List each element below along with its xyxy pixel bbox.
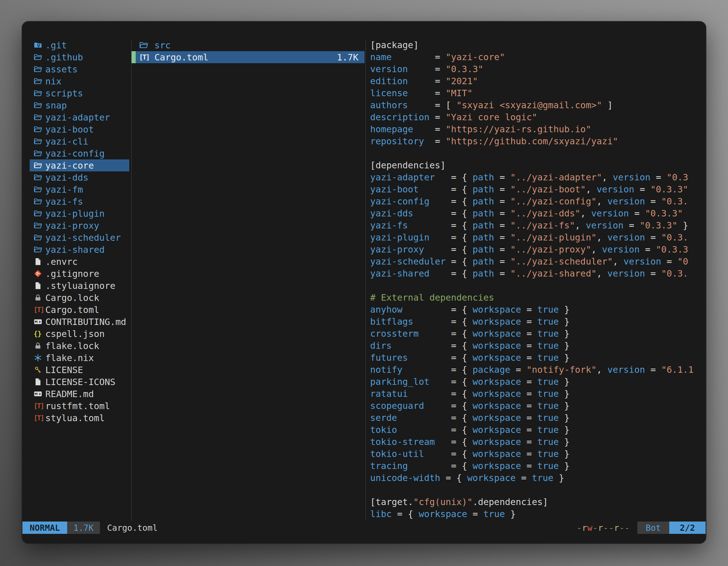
preview-line: tokio = { workspace = true } xyxy=(370,424,703,436)
file-preview-pane: [package]name = "yazi-core"version = "0.… xyxy=(370,39,703,520)
entry-name: yazi-core xyxy=(45,160,94,171)
file-row-cspell.json[interactable]: {}cspell.json xyxy=(30,328,129,340)
folder-icon xyxy=(34,232,43,244)
entry-name: README.md xyxy=(45,389,94,399)
git-folder-icon xyxy=(34,39,43,51)
preview-line: [dependencies] xyxy=(370,159,703,172)
dir-row-scripts[interactable]: scripts xyxy=(30,87,129,99)
entry-name: flake.nix xyxy=(45,353,94,363)
preview-line: serde = { workspace = true } xyxy=(370,412,703,424)
dir-row-snap[interactable]: snap xyxy=(30,99,129,111)
file-row-stylua.toml[interactable]: [T]stylua.toml xyxy=(30,412,129,424)
dir-row-yazi-scheduler[interactable]: yazi-scheduler xyxy=(30,232,129,244)
dir-row-.git[interactable]: .git xyxy=(30,39,129,51)
preview-line: version = "0.3.3" xyxy=(370,63,703,75)
toml-icon: [T] xyxy=(34,412,43,424)
status-bar-left: NORMAL 1.7K Cargo.toml xyxy=(22,522,158,534)
preview-line: yazi-proxy = { path = "../yazi-proxy", v… xyxy=(370,244,703,256)
dir-row-yazi-boot[interactable]: yazi-boot xyxy=(30,123,129,135)
folder-icon xyxy=(34,99,43,111)
preview-line: yazi-config = { path = "../yazi-config",… xyxy=(370,196,703,208)
entry-name: .github xyxy=(45,52,83,63)
json-icon: {} xyxy=(34,328,43,340)
dir-row-yazi-core[interactable]: yazi-core xyxy=(30,159,129,172)
preview-line: yazi-boot = { path = "../yazi-boot", ver… xyxy=(370,184,703,196)
key-icon xyxy=(34,364,43,376)
dir-row-.github[interactable]: .github xyxy=(30,51,129,63)
entry-name: cspell.json xyxy=(45,328,105,339)
dir-row-assets[interactable]: assets xyxy=(30,63,129,75)
dir-row-yazi-plugin[interactable]: yazi-plugin xyxy=(30,208,129,220)
entry-name: Cargo.toml xyxy=(154,52,208,63)
entry-name: src xyxy=(154,40,171,51)
toml-icon: [T] xyxy=(34,400,43,412)
dir-row-yazi-proxy[interactable]: yazi-proxy xyxy=(30,220,129,232)
preview-line: bitflags = { workspace = true } xyxy=(370,316,703,328)
entry-name: yazi-config xyxy=(45,148,105,159)
folder-icon xyxy=(34,135,43,147)
file-row-rustfmt.toml[interactable]: [T]rustfmt.toml xyxy=(30,400,129,412)
preview-line: yazi-shared = { path = "../yazi-shared",… xyxy=(370,268,703,280)
file-size-badge: 1.7K xyxy=(67,522,100,534)
lock-icon xyxy=(34,292,43,304)
preview-line: homepage = "https://yazi-rs.github.io" xyxy=(370,123,703,135)
folder-icon xyxy=(34,244,43,256)
dir-row-yazi-adapter[interactable]: yazi-adapter xyxy=(30,111,129,123)
file-row-README.md[interactable]: README.md xyxy=(30,388,129,400)
preview-line: ratatui = { workspace = true } xyxy=(370,388,703,400)
file-row-Cargo.toml[interactable]: [T]Cargo.toml1.7K xyxy=(136,51,365,63)
dir-row-yazi-fm[interactable]: yazi-fm xyxy=(30,184,129,196)
file-row-Cargo.lock[interactable]: Cargo.lock xyxy=(30,292,129,304)
dir-row-yazi-cli[interactable]: yazi-cli xyxy=(30,135,129,147)
preview-line xyxy=(370,484,703,496)
preview-line: anyhow = { workspace = true } xyxy=(370,304,703,316)
preview-line: tracing = { workspace = true } xyxy=(370,460,703,472)
file-row-.styluaignore[interactable]: .styluaignore xyxy=(30,280,129,292)
file-row-CONTRIBUTING.md[interactable]: CONTRIBUTING.md xyxy=(30,316,129,328)
preview-line: yazi-dds = { path = "../yazi-dds", versi… xyxy=(370,208,703,220)
preview-line: yazi-fs = { path = "../yazi-fs", version… xyxy=(370,220,703,232)
entry-name: yazi-fs xyxy=(45,196,83,207)
file-permissions: -rw-r--r-- xyxy=(577,523,630,533)
file-row-Cargo.toml[interactable]: [T]Cargo.toml xyxy=(30,304,129,316)
folder-icon xyxy=(34,63,43,75)
scroll-position-badge: Bot xyxy=(637,522,669,534)
folder-icon xyxy=(34,147,43,159)
status-filename: Cargo.toml xyxy=(107,523,158,533)
toml-light-icon: [T] xyxy=(139,51,151,63)
file-row-.envrc[interactable]: .envrc xyxy=(30,256,129,268)
entry-name: CONTRIBUTING.md xyxy=(45,316,126,327)
pane-divider-right xyxy=(365,39,366,521)
dir-row-yazi-dds[interactable]: yazi-dds xyxy=(30,172,129,184)
nix-icon xyxy=(34,352,43,364)
folder-icon xyxy=(34,159,43,172)
folder-icon xyxy=(34,51,43,63)
entry-name: assets xyxy=(45,64,78,75)
file-row-LICENSE[interactable]: LICENSE xyxy=(30,364,129,376)
entry-name: .gitignore xyxy=(45,269,99,279)
preview-line: name = "yazi-core" xyxy=(370,51,703,63)
dir-row-yazi-shared[interactable]: yazi-shared xyxy=(30,244,129,256)
preview-line: tokio-stream = { workspace = true } xyxy=(370,436,703,448)
preview-line: tokio-util = { workspace = true } xyxy=(370,448,703,460)
preview-line: futures = { workspace = true } xyxy=(370,352,703,364)
preview-line: crossterm = { workspace = true } xyxy=(370,328,703,340)
current-directory-pane: src[T]Cargo.toml1.7K xyxy=(136,39,365,63)
dir-row-yazi-fs[interactable]: yazi-fs xyxy=(30,196,129,208)
entry-size: 1.7K xyxy=(337,52,358,63)
entry-name: yazi-proxy xyxy=(45,220,99,231)
folder-icon xyxy=(34,111,43,123)
dir-row-src[interactable]: src xyxy=(136,39,365,51)
dir-row-yazi-config[interactable]: yazi-config xyxy=(30,147,129,159)
file-row-flake.lock[interactable]: flake.lock xyxy=(30,340,129,352)
entry-name: flake.lock xyxy=(45,340,99,351)
entry-name: snap xyxy=(45,100,67,111)
preview-line: [package] xyxy=(370,39,703,51)
dir-row-nix[interactable]: nix xyxy=(30,75,129,87)
file-row-.gitignore[interactable]: .gitignore xyxy=(30,268,129,280)
preview-line: notify = { package = "notify-fork", vers… xyxy=(370,364,703,376)
entry-name: yazi-plugin xyxy=(45,208,105,219)
file-row-flake.nix[interactable]: flake.nix xyxy=(30,352,129,364)
preview-line: dirs = { workspace = true } xyxy=(370,340,703,352)
file-row-LICENSE-ICONS[interactable]: LICENSE-ICONS xyxy=(30,376,129,388)
